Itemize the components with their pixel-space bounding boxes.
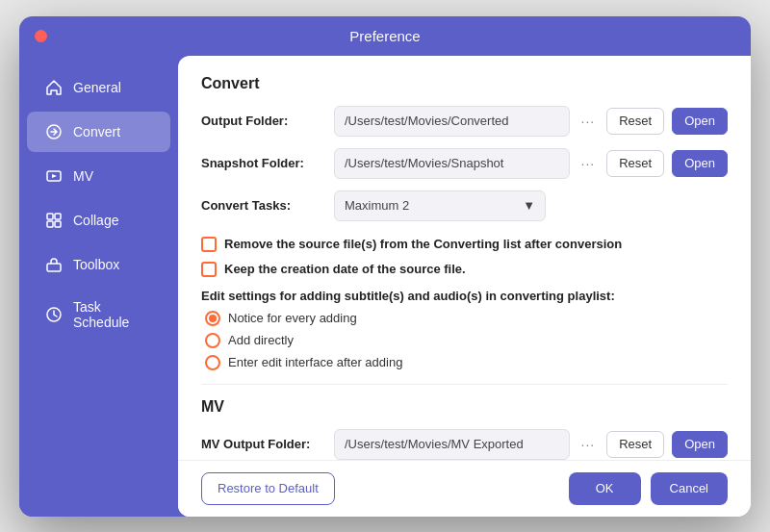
output-folder-label: Output Folder: [201, 114, 326, 128]
mv-output-folder-input[interactable]: /Users/test/Movies/MV Exported [334, 429, 570, 460]
close-button[interactable] [35, 30, 47, 42]
sidebar-item-general[interactable]: General [27, 67, 170, 108]
checkbox-remove-source-row: Remove the source file(s) from the Conve… [201, 237, 728, 252]
convert-section-title: Convert [201, 75, 728, 92]
mv-output-folder-open-button[interactable]: Open [672, 431, 728, 458]
sidebar-item-toolbox[interactable]: Toolbox [27, 244, 170, 285]
sidebar-item-convert[interactable]: Convert [27, 112, 170, 152]
radio-add-directly[interactable] [205, 333, 220, 348]
mv-output-folder-label: MV Output Folder: [201, 437, 326, 451]
ok-button[interactable]: OK [569, 472, 641, 505]
output-folder-reset-button[interactable]: Reset [606, 108, 664, 135]
output-folder-input[interactable]: /Users/test/Movies/Converted [334, 106, 570, 137]
radio-edit-interface[interactable] [205, 355, 220, 370]
sidebar-item-mv-label: MV [73, 168, 93, 184]
snapshot-folder-label: Snapshot Folder: [201, 156, 326, 170]
radio-add-directly-row: Add directly [201, 333, 728, 348]
snapshot-folder-input[interactable]: /Users/test/Movies/Snapshot [334, 148, 570, 179]
sidebar-item-task-schedule[interactable]: Task Schedule [27, 289, 170, 341]
output-folder-dots[interactable]: ··· [578, 114, 600, 129]
convert-tasks-row: Convert Tasks: Maximum 2 ▼ [201, 190, 728, 221]
radio-notice-inner [209, 315, 217, 322]
convert-tasks-label: Convert Tasks: [201, 198, 326, 213]
content-area: General Convert MV [19, 56, 751, 517]
checkbox-remove-source-label: Remove the source file(s) from the Conve… [224, 237, 622, 251]
chevron-down-icon: ▼ [523, 198, 535, 213]
cancel-button[interactable]: Cancel [651, 472, 728, 505]
snapshot-folder-row: Snapshot Folder: /Users/test/Movies/Snap… [201, 148, 728, 179]
preference-window: Preference General Conve [19, 16, 751, 517]
output-folder-open-button[interactable]: Open [672, 108, 728, 135]
sidebar-item-toolbox-label: Toolbox [73, 257, 119, 272]
mv-output-folder-reset-button[interactable]: Reset [606, 431, 664, 458]
svg-rect-3 [55, 214, 61, 219]
snapshot-folder-dots[interactable]: ··· [578, 156, 600, 171]
radio-edit-interface-label: Enter edit interface after adding [228, 355, 402, 369]
window-title: Preference [349, 28, 420, 44]
title-bar: Preference [19, 16, 751, 56]
sidebar-item-collage[interactable]: Collage [27, 200, 170, 241]
radio-notice[interactable] [205, 311, 220, 326]
mv-icon [44, 166, 64, 186]
radio-notice-label: Notice for every adding [228, 311, 357, 325]
mv-output-folder-dots[interactable]: ··· [578, 437, 600, 452]
mv-output-folder-row: MV Output Folder: /Users/test/Movies/MV … [201, 429, 728, 460]
checkbox-creation-date-row: Keep the creation date of the source fil… [201, 262, 728, 277]
sidebar-item-collage-label: Collage [73, 213, 118, 228]
collage-icon [44, 211, 64, 230]
snapshot-folder-open-button[interactable]: Open [672, 150, 728, 177]
footer: Restore to Default OK Cancel [178, 460, 751, 517]
edit-settings-label: Edit settings for adding subtitle(s) and… [201, 289, 728, 303]
restore-default-button[interactable]: Restore to Default [201, 472, 335, 505]
svg-rect-4 [47, 221, 53, 227]
checkbox-remove-source[interactable] [201, 237, 217, 252]
svg-rect-6 [47, 264, 61, 271]
task-schedule-icon [44, 305, 64, 324]
radio-edit-interface-row: Enter edit interface after adding [201, 355, 728, 370]
sidebar: General Convert MV [19, 56, 178, 517]
footer-right: OK Cancel [569, 472, 728, 505]
snapshot-folder-reset-button[interactable]: Reset [606, 150, 664, 177]
traffic-lights [35, 30, 47, 42]
sidebar-item-mv[interactable]: MV [27, 156, 170, 196]
svg-rect-5 [55, 221, 61, 227]
svg-rect-2 [47, 214, 53, 219]
main-panel: Convert Output Folder: /Users/test/Movie… [178, 56, 751, 517]
sidebar-item-convert-label: Convert [73, 124, 120, 139]
toolbox-icon [44, 255, 64, 274]
convert-tasks-select[interactable]: Maximum 2 ▼ [334, 190, 546, 221]
sidebar-item-general-label: General [73, 80, 121, 95]
radio-add-directly-label: Add directly [228, 333, 294, 347]
sidebar-item-task-schedule-label: Task Schedule [73, 299, 153, 330]
divider-1 [201, 384, 728, 385]
home-icon [44, 78, 64, 97]
main-content[interactable]: Convert Output Folder: /Users/test/Movie… [178, 56, 751, 460]
radio-notice-row: Notice for every adding [201, 311, 728, 326]
checkbox-creation-date[interactable] [201, 262, 217, 277]
checkbox-creation-date-label: Keep the creation date of the source fil… [224, 262, 466, 276]
convert-icon [44, 122, 64, 141]
mv-section-title: MV [201, 398, 728, 416]
output-folder-row: Output Folder: /Users/test/Movies/Conver… [201, 106, 728, 137]
